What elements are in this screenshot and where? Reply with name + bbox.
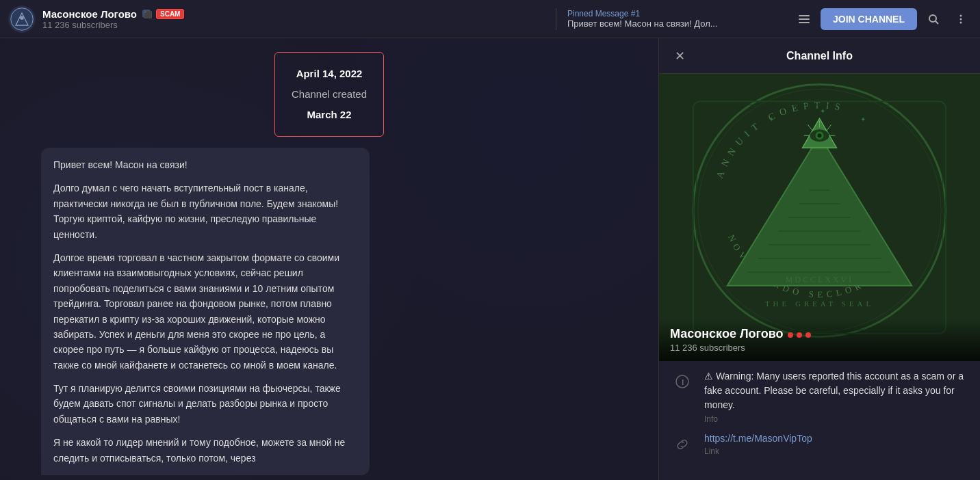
header-actions: JOIN CHANNEL [793,8,972,30]
info-icon: i [670,369,695,394]
pinned-text: Привет всем! Масон на связи! Дол... [567,18,773,29]
warning-text: ⚠ Warning: Many users reported this acco… [704,371,964,410]
svg-line-10 [936,21,938,24]
header-divider [556,8,556,30]
link-type-label: Link [704,446,969,456]
svg-text:i: i [682,377,684,387]
panel-header: ✕ Channel Info [659,38,980,74]
svg-text:✦: ✦ [820,107,825,115]
info-type-label: Info [704,414,969,424]
svg-point-12 [960,18,962,20]
svg-text:MDCCLXXVI: MDCCLXXVI [786,275,853,284]
warning-content: ⚠ Warning: Many users reported this acco… [704,369,969,424]
link-info-item: https://t.me/MasonVipTop Link [670,432,969,457]
pinned-message[interactable]: Pinned Message #1 Привет всем! Масон на … [567,9,786,29]
march-date: March 22 [292,105,367,125]
svg-rect-6 [799,15,810,16]
main-content: April 14, 2022 Channel created March 22 … [0,38,980,480]
channel-cover-image: ANNUIT COEPTIS NOVUS ORDO SECLORUM [659,74,980,361]
verified-icon: ⬛ [141,8,152,19]
svg-rect-8 [799,22,810,23]
svg-text:✦: ✦ [769,116,774,123]
scam-badge: SCAM [156,9,184,19]
panel-title: Channel Info [786,50,853,62]
link-icon [670,432,695,457]
message-p5: Я не какой то лидер мнений и тому подобн… [53,435,357,466]
chat-area: April 14, 2022 Channel created March 22 … [0,38,658,480]
svg-text:⬛: ⬛ [144,10,152,19]
channel-title: Масонское Логово [42,8,137,20]
link-content: https://t.me/MasonVipTop Link [704,432,969,456]
channel-created-label: Channel created [292,84,367,105]
warning-info-item: i ⚠ Warning: Many users reported this ac… [670,369,969,424]
cover-overlay: Масонское Логово 11 236 subscribers [659,319,980,361]
pinned-label: Pinned Message #1 [567,9,786,18]
channel-cover: ANNUIT COEPTIS NOVUS ORDO SECLORUM [659,74,980,361]
list-icon-btn[interactable] [793,8,815,30]
message-p1: Привет всем! Масон на связи! [53,157,357,172]
panel-info: i ⚠ Warning: Many users reported this ac… [659,361,980,465]
subscriber-count: 11 236 subscribers [42,20,545,30]
svg-point-13 [960,21,962,23]
svg-text:THE GREAT SEAL: THE GREAT SEAL [765,299,874,308]
svg-rect-7 [799,18,810,20]
more-options-button[interactable] [950,8,972,30]
right-panel: ✕ Channel Info ANNUIT COEPTIS [658,38,980,480]
join-channel-button[interactable]: JOIN CHANNEL [821,8,917,30]
date-channel-created-box: April 14, 2022 Channel created March 22 [274,52,384,137]
svg-point-3 [20,16,23,19]
channel-avatar[interactable] [8,5,36,33]
message-p4: Тут я планирую делится своими позициями … [53,381,357,427]
message-p3: Долгое время торговал в частном закрытом… [53,250,357,373]
svg-point-9 [929,15,936,22]
cover-scam-dots [787,332,812,338]
channel-info-header: Масонское Логово ⬛ SCAM 11 236 subscribe… [42,8,545,30]
svg-text:✦: ✦ [860,116,866,123]
message-bubble: Привет всем! Масон на связи! Долго думал… [41,148,370,475]
svg-point-11 [960,14,962,16]
cover-channel-name: Масонское Логово [670,327,969,341]
message-p2: Долго думал с чего начать вступительный … [53,181,357,242]
channel-link[interactable]: https://t.me/MasonVipTop [704,433,812,444]
app-header: Масонское Логово ⬛ SCAM 11 236 subscribe… [0,0,980,38]
svg-point-30 [818,133,822,137]
panel-close-button[interactable]: ✕ [670,46,689,66]
cover-subscriber-count: 11 236 subscribers [670,343,969,353]
search-button[interactable] [923,8,944,30]
date-title: April 14, 2022 [292,64,367,84]
